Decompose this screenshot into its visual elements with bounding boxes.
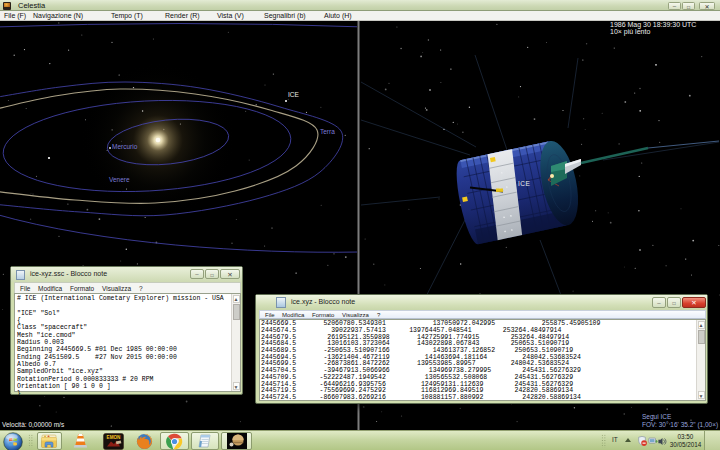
svg-text:EMON: EMON	[107, 435, 121, 440]
